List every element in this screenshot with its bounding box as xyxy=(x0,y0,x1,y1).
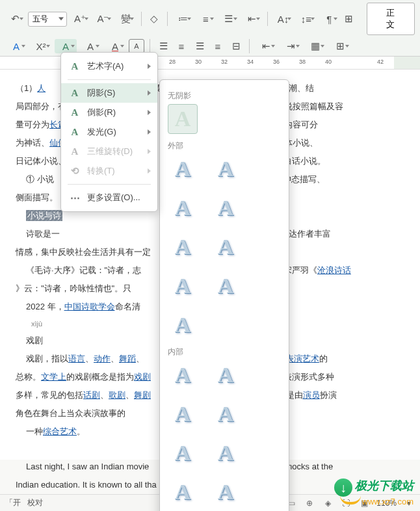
shadow-none[interactable]: A xyxy=(168,104,198,134)
text: 诗歌是一 xyxy=(26,229,60,239)
align-justify-icon[interactable]: ≡ xyxy=(210,39,226,53)
shadow-panel: 无阴影 A 外部 A A A A A A A A A 内部 A A A A A … xyxy=(159,79,289,511)
transform-icon: ⟲ xyxy=(69,165,81,177)
ruler-num: 38 xyxy=(299,59,306,65)
align-left-icon[interactable]: ☰ xyxy=(155,39,171,53)
shadow-outer-3[interactable]: A xyxy=(168,193,198,223)
link-text[interactable]: 综合艺术 xyxy=(43,426,77,436)
distribute-icon[interactable]: ⊟ xyxy=(228,39,244,53)
section-label: 无阴影 xyxy=(168,90,281,101)
shadow-outer-7[interactable]: A xyxy=(168,271,198,301)
menu-wordart[interactable]: A 艺术字(A) xyxy=(61,57,157,76)
text-effects-icon[interactable]: A xyxy=(55,39,77,53)
shadow-outer-6[interactable]: A xyxy=(211,232,241,262)
shadow-inner-5[interactable]: A xyxy=(168,438,198,468)
line-spacing-icon[interactable]: ↕≡ xyxy=(296,12,316,26)
char-border-icon[interactable]: A xyxy=(129,39,144,53)
rotate3d-icon: A xyxy=(69,146,81,157)
font-color-icon[interactable]: A xyxy=(104,39,126,53)
indent-right-icon[interactable]: ⇥ xyxy=(280,39,302,53)
shadow-inner-7[interactable]: A xyxy=(168,477,198,507)
text: ① 小说 xyxy=(26,174,54,184)
watermark-url: www.xz7.com xyxy=(362,497,413,506)
shadow-inner-2[interactable]: A xyxy=(211,360,241,390)
sort-icon[interactable]: ⊞ xyxy=(342,12,356,26)
text-direction-icon[interactable]: A↕ xyxy=(273,12,293,26)
menu-transform: ⟲ 转换(T) xyxy=(61,161,157,181)
text: 多样，常见的包括 xyxy=(16,390,83,400)
menu-label: 发光(G) xyxy=(87,126,116,138)
menu-reflection[interactable]: A 倒影(R) xyxy=(61,103,157,122)
link-text[interactable]: 表演艺术 xyxy=(285,354,319,363)
shadow-inner-3[interactable]: A xyxy=(168,399,198,429)
section-label: 内部 xyxy=(168,347,281,358)
menu-label: 倒影(R) xyxy=(87,107,116,118)
increase-font-icon[interactable]: A⁺ xyxy=(70,12,90,26)
glow-icon: A xyxy=(69,126,81,138)
phonetic-icon[interactable]: 變 xyxy=(116,12,136,26)
link-text[interactable]: 舞蹈 xyxy=(119,354,136,363)
link-text[interactable]: 歌剧 xyxy=(109,390,125,400)
multilevel-icon[interactable]: ☰ xyxy=(218,12,239,26)
link-text[interactable]: 中国诗歌学会 xyxy=(64,302,115,311)
shadow-outer-2[interactable]: A xyxy=(211,154,241,184)
text: 2022 年， xyxy=(26,302,64,311)
outline-icon[interactable]: ◈ xyxy=(322,497,334,509)
watermark-logo-icon: ↓ xyxy=(334,478,352,497)
menu-glow[interactable]: A 发光(G) xyxy=(61,122,157,142)
text: 的戏剧概念是指为 xyxy=(66,372,134,382)
numbering-icon[interactable]: ≡ xyxy=(196,12,216,26)
link-text[interactable]: 文学上 xyxy=(41,372,66,382)
align-center-icon[interactable]: ≡ xyxy=(174,39,189,53)
more-icon: ⋯ xyxy=(69,192,81,203)
text: 情感，集中反映社会生活并具有一定 xyxy=(16,247,151,257)
link-text[interactable]: 动作 xyxy=(94,354,111,363)
highlight-icon[interactable]: A xyxy=(79,39,101,53)
menu-shadow[interactable]: A 阴影(S) xyxy=(61,83,157,103)
borders-icon[interactable]: ⊞ xyxy=(329,39,351,53)
link-text[interactable]: 话剧 xyxy=(83,390,100,400)
link-text[interactable]: 演员 xyxy=(303,390,320,400)
shadow-outer-5[interactable]: A xyxy=(168,232,198,262)
shadow-outer-8[interactable]: A xyxy=(211,271,241,301)
superscript-icon[interactable]: X² xyxy=(30,39,52,53)
undo-button[interactable]: ↶ xyxy=(5,12,25,26)
ruler-num: 36 xyxy=(273,59,280,65)
paragraph-icon[interactable]: ¶ xyxy=(319,12,339,26)
menu-label: 更多设置(O)... xyxy=(87,192,140,203)
status-proof[interactable]: 校对 xyxy=(27,497,43,508)
decrease-font-icon[interactable]: A⁻ xyxy=(93,12,113,26)
shadow-outer-9[interactable]: A xyxy=(168,310,198,340)
link-text[interactable]: 语言 xyxy=(68,354,85,363)
bullets-icon[interactable]: ≔ xyxy=(172,12,192,26)
web-layout-icon[interactable]: ⊕ xyxy=(304,497,315,509)
align-right-icon[interactable]: ☰ xyxy=(192,39,207,53)
shadow-inner-6[interactable]: A xyxy=(211,438,241,468)
shadow-outer-1[interactable]: A xyxy=(168,154,198,184)
shading-icon[interactable]: ▦ xyxy=(304,39,326,53)
status-text: 「开 xyxy=(5,497,21,508)
reflection-icon: A xyxy=(69,107,81,118)
indent-left-icon[interactable]: ⇤ xyxy=(255,39,277,53)
link-text[interactable]: 戏剧 xyxy=(134,372,151,382)
link-text[interactable]: 人 xyxy=(37,83,46,93)
text: 命名清 xyxy=(115,302,140,311)
clear-format-icon[interactable]: ◇ xyxy=(147,12,161,26)
shadow-outer-4[interactable]: A xyxy=(211,193,241,223)
text: 日记体小说、 xyxy=(16,156,66,166)
toolbar: ↶ 五号 A⁺ A⁻ 變 ◇ ≔ ≡ ☰ ⇤ A↕ ↕≡ ¶ ⊞ 正文 A X²… xyxy=(0,0,420,57)
font-color-A-icon[interactable]: A xyxy=(5,39,27,53)
menu-more-settings[interactable]: ⋯ 更多设置(O)... xyxy=(61,188,157,207)
shadow-inner-4[interactable]: A xyxy=(211,399,241,429)
watermark: ↓极光下载站 www.xz7.com xyxy=(334,478,413,507)
text: 《毛诗·大序》记载："诗者，志 xyxy=(26,265,141,275)
text: 戏剧，指以 xyxy=(26,354,68,363)
shadow-inner-1[interactable]: A xyxy=(168,360,198,390)
style-button[interactable]: 正文 xyxy=(367,3,415,35)
link-text[interactable]: 舞剧 xyxy=(134,390,151,400)
font-size-dropdown[interactable]: 五号 xyxy=(28,12,67,27)
indent-icon[interactable]: ⇤ xyxy=(242,12,262,26)
ruler-num: 28 xyxy=(169,59,176,65)
shadow-inner-8[interactable]: A xyxy=(211,477,241,507)
link-text[interactable]: 沧浪诗话 xyxy=(317,265,351,275)
